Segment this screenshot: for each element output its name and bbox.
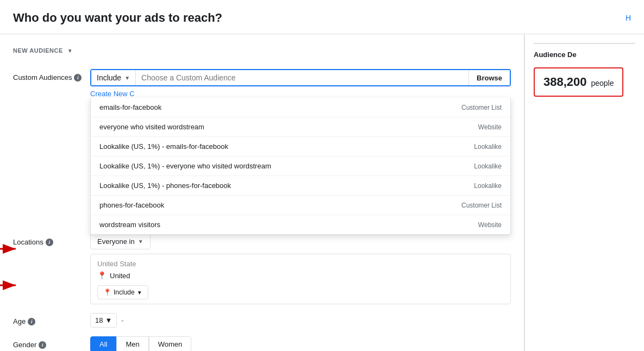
everyone-in-button[interactable]: Everyone in ▼ bbox=[90, 234, 151, 249]
dropdown-item-2[interactable]: Lookalike (US, 1%) - emails-for-facebook… bbox=[91, 137, 510, 156]
age-row: 18 ▼ - bbox=[90, 313, 124, 328]
right-panel: Audience De 388,200 people bbox=[524, 34, 644, 351]
include-dropdown[interactable]: Include ▼ bbox=[91, 70, 136, 85]
include-location-arrow: ▼ bbox=[137, 290, 142, 296]
audience-size-unit: people bbox=[591, 79, 614, 87]
custom-audiences-input-row: Include ▼ Browse bbox=[90, 69, 511, 86]
dropdown-item-6[interactable]: wordstream visitors Website bbox=[91, 215, 510, 234]
include-location-row: 📍 Include ▼ bbox=[97, 285, 504, 299]
everyone-in-arrow: ▼ bbox=[138, 239, 143, 245]
gender-men-button[interactable]: Men bbox=[116, 336, 148, 351]
united-states-text: United State bbox=[97, 259, 504, 269]
custom-audiences-label: Custom Audiences i bbox=[13, 69, 84, 82]
right-panel-divider bbox=[534, 43, 635, 44]
age-from-arrow: ▼ bbox=[105, 316, 112, 324]
location-search-area: United State 📍 United 📍 Include ▼ bbox=[90, 254, 511, 304]
audience-dropdown-menu: emails-for-facebook Customer List everyo… bbox=[90, 98, 511, 235]
include-label: Include bbox=[97, 73, 121, 82]
header-link[interactable]: H bbox=[626, 14, 631, 22]
age-from-select[interactable]: 18 ▼ bbox=[90, 313, 117, 328]
gender-all-button[interactable]: All bbox=[90, 336, 116, 351]
location-item-united: 📍 United bbox=[97, 269, 504, 282]
create-new-link[interactable]: Create New C bbox=[90, 90, 135, 98]
audience-de-label: Audience De bbox=[534, 51, 635, 59]
locations-label: Locations i bbox=[13, 234, 84, 246]
gender-women-button[interactable]: Women bbox=[149, 336, 192, 351]
location-control: Everyone in ▼ United State 📍 United 📍 bbox=[90, 234, 511, 304]
dropdown-item-0[interactable]: emails-for-facebook Customer List bbox=[91, 98, 510, 117]
united-label: United bbox=[110, 272, 130, 280]
locations-info-icon[interactable]: i bbox=[46, 239, 53, 246]
include-location-pin-icon: 📍 bbox=[103, 289, 111, 296]
audience-search-input[interactable] bbox=[136, 70, 468, 85]
chevron-down-icon[interactable]: ▼ bbox=[67, 48, 73, 54]
gender-label: Gender i bbox=[13, 336, 84, 349]
age-label: Age i bbox=[13, 313, 84, 325]
age-info-icon[interactable]: i bbox=[28, 318, 35, 325]
dropdown-item-5[interactable]: phones-for-facebook Customer List bbox=[91, 196, 510, 215]
page-title: Who do you want your ads to reach? bbox=[13, 11, 222, 25]
audience-section-label: NEW AUDIENCE bbox=[13, 47, 63, 54]
audience-size-box: 388,200 people bbox=[534, 67, 623, 97]
gender-btn-group: All Men Women bbox=[90, 336, 191, 351]
info-icon[interactable]: i bbox=[74, 74, 82, 82]
browse-button[interactable]: Browse bbox=[468, 70, 510, 85]
dropdown-arrow-icon: ▼ bbox=[124, 75, 130, 81]
gender-info-icon[interactable]: i bbox=[39, 341, 46, 349]
age-separator: - bbox=[121, 316, 123, 324]
audience-size-number: 388,200 bbox=[543, 75, 587, 89]
include-location-button[interactable]: 📍 Include ▼ bbox=[97, 285, 148, 299]
dropdown-item-3[interactable]: Lookalike (US, 1%) - everyone who visite… bbox=[91, 156, 510, 176]
dropdown-item-4[interactable]: Lookalike (US, 1%) - phones-for-facebook… bbox=[91, 176, 510, 196]
location-pin-icon: 📍 bbox=[97, 271, 107, 280]
dropdown-item-1[interactable]: everyone who visited wordstream Website bbox=[91, 117, 510, 137]
